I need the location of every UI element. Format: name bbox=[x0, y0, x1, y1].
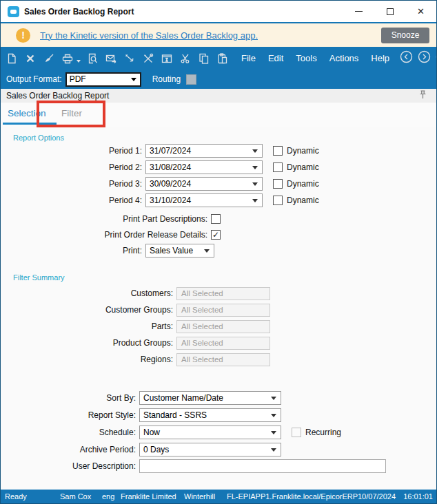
chevron-down-icon bbox=[271, 448, 276, 452]
cut-icon[interactable] bbox=[179, 52, 192, 65]
customer-groups-label: Customer Groups: bbox=[1, 305, 176, 315]
product-groups-field: All Selected bbox=[176, 337, 270, 350]
product-groups-label: Product Groups: bbox=[1, 338, 176, 348]
copy-icon[interactable] bbox=[198, 52, 210, 65]
menu-help[interactable]: Help bbox=[365, 53, 396, 63]
warning-icon: ! bbox=[16, 28, 30, 43]
menu-tools[interactable]: Tools bbox=[289, 53, 323, 63]
period-4-combo[interactable]: 31/10/2024 bbox=[145, 193, 263, 207]
period-1-dynamic-checkbox[interactable] bbox=[273, 146, 283, 156]
period-1-value: 31/07/2024 bbox=[146, 146, 191, 156]
new-document-icon[interactable] bbox=[6, 52, 18, 65]
recurring-label: Recurring bbox=[305, 428, 341, 437]
period-2-label: Period 2: bbox=[1, 162, 145, 172]
report-tools-icon[interactable] bbox=[142, 52, 154, 65]
schedule-icon[interactable] bbox=[161, 52, 173, 65]
print-order-release-label: Print Order Release Details: bbox=[1, 230, 211, 240]
print-order-release-row: Print Order Release Details: ✓ bbox=[1, 228, 436, 242]
delete-icon[interactable] bbox=[24, 52, 37, 65]
status-company: Franklite Limited bbox=[121, 490, 176, 503]
report-options-section-label: Report Options bbox=[13, 134, 64, 142]
paste-icon[interactable] bbox=[216, 52, 229, 65]
chevron-down-icon bbox=[252, 182, 258, 186]
kinetic-banner: ! Try the Kinetic version of the Sales O… bbox=[1, 23, 436, 47]
menu-actions[interactable]: Actions bbox=[323, 53, 365, 63]
customer-groups-field: All Selected bbox=[176, 304, 270, 317]
regions-label: Regions: bbox=[1, 355, 176, 364]
chevron-down-icon bbox=[131, 78, 136, 81]
period-3-dynamic-label: Dynamic bbox=[287, 179, 319, 189]
title-bar: Sales Order Backlog Report ✕ bbox=[1, 1, 436, 22]
period-4-dynamic-label: Dynamic bbox=[287, 196, 319, 205]
status-state: Ready bbox=[5, 490, 27, 503]
close-button[interactable]: ✕ bbox=[405, 1, 436, 22]
report-style-label: Report Style: bbox=[1, 410, 139, 420]
period-1-row: Period 1: 31/07/2024 Dynamic bbox=[1, 144, 436, 158]
period-1-combo[interactable]: 31/07/2024 bbox=[145, 144, 263, 158]
print-icon[interactable] bbox=[61, 52, 74, 65]
status-server: FL-EPIAPP1.Franklite.local/EpicorERP bbox=[227, 490, 358, 503]
print-label: Print: bbox=[1, 246, 145, 255]
print-part-descriptions-checkbox[interactable] bbox=[211, 214, 221, 224]
kinetic-link[interactable]: Try the Kinetic version of the Sales Ord… bbox=[40, 30, 258, 41]
sort-by-label: Sort By: bbox=[1, 393, 139, 403]
period-3-combo[interactable]: 30/09/2024 bbox=[145, 177, 263, 191]
panel-title: Sales Order Backlog Report bbox=[6, 91, 109, 101]
chevron-down-icon bbox=[252, 199, 258, 202]
period-4-label: Period 4: bbox=[1, 196, 145, 205]
sales-order-backlog-report-window: Sales Order Backlog Report ✕ ! Try the K… bbox=[0, 0, 437, 504]
archive-period-value: 0 Days bbox=[140, 445, 169, 454]
period-2-dynamic-label: Dynamic bbox=[287, 162, 319, 172]
archive-period-row: Archive Period: 0 Days bbox=[1, 443, 436, 456]
forward-icon[interactable] bbox=[418, 50, 431, 66]
user-description-row: User Description: bbox=[1, 459, 436, 473]
status-user: Sam Cox bbox=[60, 490, 91, 503]
print-dropdown-caret[interactable] bbox=[77, 60, 81, 63]
minimize-icon bbox=[355, 11, 363, 12]
tab-selection[interactable]: Selection bbox=[8, 108, 46, 118]
back-icon[interactable] bbox=[400, 50, 413, 66]
clear-icon[interactable] bbox=[43, 52, 55, 65]
period-2-combo[interactable]: 31/08/2024 bbox=[145, 160, 263, 174]
user-description-input[interactable] bbox=[139, 459, 386, 473]
minimize-button[interactable] bbox=[343, 1, 374, 22]
chevron-down-icon bbox=[252, 166, 258, 169]
schedule-label: Schedule: bbox=[1, 428, 139, 437]
print-preview-icon[interactable] bbox=[86, 52, 99, 65]
print-part-descriptions-row: Print Part Descriptions: bbox=[1, 212, 436, 226]
period-4-row: Period 4: 31/10/2024 Dynamic bbox=[1, 193, 436, 207]
report-style-combo[interactable]: Standard - SSRS bbox=[139, 408, 281, 422]
schedule-row: Schedule: Now Recurring bbox=[1, 426, 436, 439]
print-combo[interactable]: Sales Value bbox=[145, 244, 214, 258]
active-tab-underline bbox=[3, 123, 57, 125]
app-icon bbox=[8, 6, 19, 17]
period-2-dynamic-checkbox[interactable] bbox=[273, 162, 283, 172]
output-format-combo[interactable]: PDF bbox=[65, 72, 141, 87]
tab-filter[interactable]: Filter bbox=[61, 108, 82, 118]
print-part-descriptions-label: Print Part Descriptions: bbox=[1, 214, 211, 224]
schedule-combo[interactable]: Now bbox=[139, 426, 281, 439]
archive-period-combo[interactable]: 0 Days bbox=[139, 443, 281, 456]
print-order-release-checkbox[interactable]: ✓ bbox=[211, 230, 221, 240]
send-email-icon[interactable] bbox=[105, 52, 117, 65]
regions-row: Regions: All Selected bbox=[1, 353, 436, 366]
menu-edit[interactable]: Edit bbox=[262, 53, 289, 63]
routing-checkbox bbox=[186, 74, 196, 85]
process-icon[interactable] bbox=[123, 52, 136, 65]
period-3-dynamic-checkbox[interactable] bbox=[273, 179, 283, 189]
push-pin-icon[interactable] bbox=[419, 90, 427, 102]
period-2-value: 31/08/2024 bbox=[146, 162, 191, 172]
recurring-checkbox bbox=[292, 428, 301, 437]
filter-summary-section-label: Filter Summary bbox=[13, 273, 65, 282]
sort-by-combo[interactable]: Customer Name/Date bbox=[139, 391, 281, 405]
period-4-dynamic-checkbox[interactable] bbox=[273, 196, 283, 205]
period-4-value: 31/10/2024 bbox=[146, 196, 191, 205]
report-style-row: Report Style: Standard - SSRS bbox=[1, 408, 436, 422]
output-format-bar: Output Format: PDF Routing bbox=[1, 70, 436, 89]
maximize-button[interactable] bbox=[374, 1, 405, 22]
snooze-button[interactable]: Snooze bbox=[381, 28, 429, 43]
regions-field: All Selected bbox=[176, 353, 270, 366]
period-2-row: Period 2: 31/08/2024 Dynamic bbox=[1, 160, 436, 174]
menu-file[interactable]: File bbox=[235, 53, 262, 63]
period-1-label: Period 1: bbox=[1, 146, 145, 156]
